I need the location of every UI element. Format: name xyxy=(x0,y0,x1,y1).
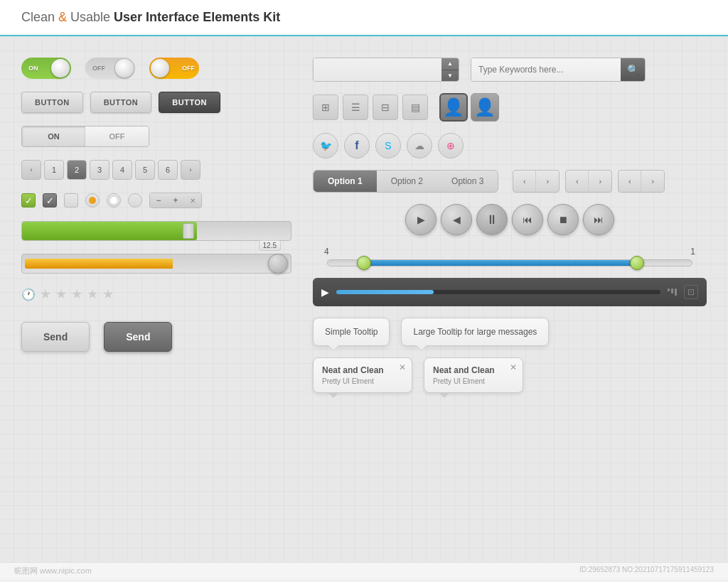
star-5[interactable]: ★ xyxy=(102,286,114,302)
notif-row: ✕ Neat and Clean Pretty UI Elment ✕ Neat… xyxy=(313,357,707,393)
pill-off[interactable]: OFF xyxy=(85,126,149,146)
social-dribbble[interactable]: ⊕ xyxy=(438,133,464,158)
view-detail[interactable]: ▤ xyxy=(402,95,428,120)
range-handle-right[interactable] xyxy=(630,256,644,270)
radio-white[interactable] xyxy=(107,193,121,208)
nav-right-3[interactable]: › xyxy=(641,171,664,192)
notif-title-1: Neat and Clean xyxy=(322,365,403,375)
spinner-arrows: ▲ ▼ xyxy=(441,58,459,81)
nav-right-2[interactable]: › xyxy=(589,171,611,192)
pagination-next[interactable]: › xyxy=(181,160,200,180)
progress-fill xyxy=(22,222,197,240)
tab-option3[interactable]: Option 3 xyxy=(437,171,498,192)
checkbox-green[interactable]: ✓ xyxy=(21,193,36,208)
footer-id: ID:29652873 NO:20210717175911459123 xyxy=(579,566,714,576)
star-3[interactable]: ★ xyxy=(71,286,82,302)
video-bar: ▶ ⊡ xyxy=(313,278,707,306)
media-pause[interactable]: ⏸ xyxy=(476,204,508,235)
vid-expand-btn[interactable]: ⊡ xyxy=(684,285,698,299)
nav-left-1[interactable]: ‹ xyxy=(513,171,536,192)
search-input[interactable] xyxy=(471,58,621,81)
toggle-off-gray[interactable]: OFF xyxy=(85,58,135,79)
spinner-up[interactable]: ▲ xyxy=(441,58,459,70)
social-facebook[interactable]: f xyxy=(344,133,370,158)
page-4[interactable]: 4 xyxy=(112,160,132,180)
vid-progress-track[interactable] xyxy=(336,290,660,294)
title-bold: User Interface Elements Kit xyxy=(114,10,280,24)
nav-pair-3: ‹ › xyxy=(618,170,665,193)
vol-bar-2 xyxy=(671,289,673,293)
media-prev[interactable]: ⏮ xyxy=(512,204,543,235)
view-icons: ⊞ ☰ ⊟ ▤ xyxy=(313,95,428,120)
send-button-dark[interactable]: Send xyxy=(104,322,172,352)
range-labels: 4 1 xyxy=(320,247,700,257)
tooltip-large: Large Tooltip for large messages xyxy=(401,318,549,346)
range-handle-left[interactable] xyxy=(357,256,371,270)
social-cloud[interactable]: ☁ xyxy=(407,133,432,158)
view-grid[interactable]: ⊞ xyxy=(313,95,338,120)
page-3[interactable]: 3 xyxy=(90,160,109,180)
nav-left-2[interactable]: ‹ xyxy=(566,171,589,192)
vol-bar-3 xyxy=(675,289,677,296)
page-6[interactable]: 6 xyxy=(158,160,178,180)
stepper-plus[interactable]: + xyxy=(167,193,184,208)
vid-progress-fill xyxy=(336,290,434,294)
stepper-minus[interactable]: − xyxy=(150,193,167,208)
range-track xyxy=(327,259,692,266)
avatar-1[interactable]: 👤 xyxy=(439,93,468,122)
button-1[interactable]: BUTTON xyxy=(21,92,83,113)
page-2[interactable]: 2 xyxy=(67,160,87,180)
send-button-light[interactable]: Send xyxy=(21,322,90,352)
view-list[interactable]: ☰ xyxy=(343,95,368,120)
toggle-off-orange[interactable]: OFF xyxy=(149,58,199,79)
nav-arrows: ‹ › ‹ › ‹ › xyxy=(513,170,665,193)
media-play[interactable]: ▶ xyxy=(405,204,437,235)
button-3[interactable]: BUTTON xyxy=(159,92,220,113)
vid-play-btn[interactable]: ▶ xyxy=(321,286,329,298)
media-stop[interactable]: ⏹ xyxy=(547,204,579,235)
tab-row-wrap: Option 1 Option 2 Option 3 ‹ › ‹ › ‹ › xyxy=(313,170,707,193)
spinner-input[interactable] xyxy=(314,58,441,81)
checkbox-empty[interactable] xyxy=(64,193,78,208)
progress-grip[interactable] xyxy=(183,223,194,239)
checkbox-gray[interactable]: ✓ xyxy=(43,193,57,208)
media-next[interactable]: ⏭ xyxy=(583,204,614,235)
radio-empty[interactable] xyxy=(128,193,142,208)
toggles-row: ON OFF OFF xyxy=(21,58,291,79)
social-skype[interactable]: S xyxy=(375,133,401,158)
notif-close-2[interactable]: ✕ xyxy=(510,362,517,372)
view-table[interactable]: ⊟ xyxy=(373,95,398,120)
toggle-on-knob xyxy=(51,59,70,77)
star-4[interactable]: ★ xyxy=(87,286,98,302)
social-twitter[interactable]: 🐦 xyxy=(313,133,338,158)
pagination-prev[interactable]: ‹ xyxy=(21,160,41,180)
pill-on[interactable]: ON xyxy=(22,126,85,146)
tab-option1[interactable]: Option 1 xyxy=(314,171,377,192)
tooltip-simple: Simple Tooltip xyxy=(313,318,390,346)
page-1[interactable]: 1 xyxy=(44,160,64,180)
slider-thumb[interactable] xyxy=(268,254,288,274)
media-controls: ▶ ◀ ⏸ ⏮ ⏹ ⏭ xyxy=(313,204,707,235)
spinner-down[interactable]: ▼ xyxy=(441,70,459,82)
star-1[interactable]: ★ xyxy=(40,286,51,302)
tab-option2[interactable]: Option 2 xyxy=(377,171,437,192)
vid-volume[interactable] xyxy=(668,289,677,296)
star-2[interactable]: ★ xyxy=(55,286,67,302)
spinner-input-wrap: ▲ ▼ xyxy=(313,58,459,82)
button-2[interactable]: BUTTON xyxy=(90,92,152,113)
radio-white-dot xyxy=(110,197,117,204)
search-button[interactable]: 🔍 xyxy=(621,58,645,81)
range-fill xyxy=(364,260,637,266)
media-rewind[interactable]: ◀ xyxy=(441,204,472,235)
slider-orange[interactable]: 12.5 xyxy=(21,254,291,274)
avatar-2[interactable]: 👤 xyxy=(471,93,499,122)
nav-left-3[interactable]: ‹ xyxy=(619,171,641,192)
radio-orange[interactable] xyxy=(85,193,100,208)
notif-sub-1: Pretty UI Elment xyxy=(322,377,403,385)
toggle-on[interactable]: ON xyxy=(21,58,71,79)
page-5[interactable]: 5 xyxy=(135,160,155,180)
notif-card-1: ✕ Neat and Clean Pretty UI Elment xyxy=(313,357,412,393)
notif-close-1[interactable]: ✕ xyxy=(399,362,406,372)
nav-right-1[interactable]: › xyxy=(536,171,559,192)
stepper-close[interactable]: ✕ xyxy=(184,193,201,208)
